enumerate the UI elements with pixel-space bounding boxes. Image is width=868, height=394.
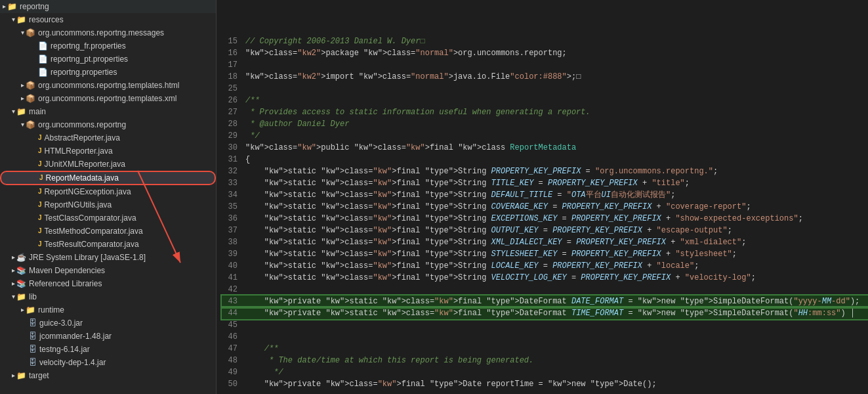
expand-arrow[interactable]: ▾: [21, 27, 24, 39]
line-number: 41: [222, 272, 245, 284]
line-number: 34: [222, 189, 245, 201]
tree-item-org-reportng[interactable]: ▾📦org.uncommons.reportng: [0, 118, 216, 131]
line-number: 48: [222, 355, 245, 366]
line-number: 29: [222, 130, 245, 142]
tree-item-main[interactable]: ▾📁main: [0, 105, 216, 118]
tree-item-org-messages[interactable]: ▾📦org.uncommons.reportng.messages: [0, 26, 216, 39]
tree-item-reportng-pt[interactable]: 📄reportng_pt.properties: [0, 53, 216, 66]
code-line-25: 25: [222, 83, 868, 95]
tree-item-resources[interactable]: ▾📁resources: [0, 13, 216, 26]
tree-item-maven[interactable]: ▸📚Maven Dependencies: [0, 264, 216, 277]
code-line-37: 37 "kw">static "kw">class="kw">final "ty…: [222, 225, 868, 236]
expand-arrow[interactable]: ▸: [12, 278, 15, 290]
line-code: /**: [245, 343, 868, 355]
tree-item-lib[interactable]: ▾📁lib: [0, 290, 216, 303]
line-code: * @author Daniel Dyer: [245, 118, 868, 130]
line-number: 27: [222, 106, 245, 118]
code-line-34: 34 "kw">static "kw">class="kw">final "ty…: [222, 189, 868, 201]
tree-label: ReportNGException.java: [45, 186, 131, 198]
line-code: "kw">private "kw">class="kw">final "type…: [245, 378, 868, 390]
line-number: 16: [222, 47, 245, 59]
tree-item-guice[interactable]: 🗄guice-3.0.jar: [0, 317, 216, 330]
line-number: 39: [222, 248, 245, 260]
tree-item-jre[interactable]: ▸☕JRE System Library [JavaSE-1.8]: [0, 251, 216, 264]
tree-item-reportng-exc[interactable]: JReportNGException.java: [0, 185, 216, 198]
expand-arrow[interactable]: ▸: [21, 93, 24, 104]
tree-label: org.uncommons.reportng.messages: [38, 27, 164, 39]
tree-item-testclass[interactable]: JTestClassComparator.java: [0, 211, 216, 225]
expand-arrow[interactable]: ▸: [21, 79, 24, 91]
tree-label: resources: [29, 14, 64, 26]
line-code: * The date/time at which this report is …: [245, 355, 868, 366]
tree-item-reportng-utils[interactable]: JReportNGUtils.java: [0, 198, 216, 211]
line-number: 43: [222, 296, 245, 307]
code-line-31: 31{: [222, 154, 868, 165]
expand-arrow[interactable]: ▸: [21, 304, 24, 316]
tree-label: JUnitXMLReporter.java: [45, 158, 125, 170]
line-number: 31: [222, 154, 245, 165]
line-code: /**: [245, 95, 868, 106]
line-code: "kw">static "kw">class="kw">final "type"…: [245, 189, 868, 201]
line-number: 37: [222, 225, 245, 236]
tree-item-jcommander[interactable]: 🗄jcommander-1.48.jar: [0, 330, 216, 343]
file-tree-panel: ▸📁reportng▾📁resources▾📦org.uncommons.rep…: [0, 0, 217, 394]
tree-item-reflibs[interactable]: ▸📚Referenced Libraries: [0, 277, 216, 290]
tree-item-org-templates-xml[interactable]: ▸📦org.uncommons.reportng.templates.xml: [0, 92, 216, 105]
tree-label: reportng_pt.properties: [51, 53, 128, 65]
tree-label: reportng.properties: [51, 66, 117, 78]
tree-item-testresult[interactable]: JTestResultComparator.java: [0, 238, 216, 251]
code-line-48: 48 * The date/time at which this report …: [222, 355, 868, 366]
line-code: "kw">static "kw">class="kw">final "type"…: [245, 260, 868, 272]
tree-item-reportng[interactable]: ▸📁reportng: [0, 0, 216, 13]
line-code: "kw">class="kw2">package "kw">class="nor…: [245, 47, 868, 59]
tree-item-html[interactable]: JHTMLReporter.java: [0, 144, 216, 158]
tree-item-org-templates-html[interactable]: ▸📦org.uncommons.reportng.templates.html: [0, 79, 216, 92]
line-code: "kw">static "kw">class="kw">final "type"…: [245, 213, 868, 225]
tree-item-testng[interactable]: 🗄testng-6.14.jar: [0, 343, 216, 356]
line-code: * Provides access to static information …: [245, 106, 868, 118]
line-code: {: [245, 154, 868, 165]
line-code: "kw">static "kw">class="kw">final "type"…: [245, 248, 868, 260]
tree-item-reportmeta[interactable]: JReportMetadata.java: [0, 171, 216, 185]
tree-label: reportng_fr.properties: [51, 40, 126, 52]
tree-item-velocity[interactable]: 🗄velocity-dep-1.4.jar: [0, 356, 216, 369]
line-number: 42: [222, 284, 245, 296]
line-number: 30: [222, 142, 245, 154]
tree-item-reportng[interactable]: 📄reportng.properties: [0, 66, 216, 79]
tree-label: guice-3.0.jar: [39, 317, 83, 329]
expand-arrow[interactable]: ▾: [12, 14, 15, 26]
code-editor-panel[interactable]: 15// Copyright 2006-2013 Daniel W. Dyer□…: [217, 0, 868, 394]
line-code: "kw">static "kw">class="kw">final "type"…: [245, 177, 868, 189]
expand-arrow[interactable]: ▸: [12, 265, 15, 276]
tree-item-runtime[interactable]: ▸📁runtime: [0, 303, 216, 317]
code-line-39: 39 "kw">static "kw">class="kw">final "ty…: [222, 248, 868, 260]
expand-arrow[interactable]: ▾: [12, 106, 15, 118]
tree-item-abstract[interactable]: JAbstractReporter.java: [0, 131, 216, 144]
line-number: 26: [222, 95, 245, 106]
tree-label: Referenced Libraries: [29, 278, 102, 290]
expand-arrow[interactable]: ▸: [12, 370, 15, 382]
expand-arrow[interactable]: ▾: [12, 291, 15, 303]
code-lines: 15// Copyright 2006-2013 Daniel W. Dyer□…: [217, 0, 868, 390]
line-code: "kw">static "kw">class="kw">final "type"…: [245, 165, 868, 177]
line-number: 49: [222, 366, 245, 378]
tree-label: main: [29, 106, 46, 118]
line-code: "kw">class="kw2">import "kw">class="norm…: [245, 71, 868, 83]
tree-item-junit[interactable]: JJUnitXMLReporter.java: [0, 158, 216, 171]
code-line-27: 27 * Provides access to static informati…: [222, 106, 868, 118]
tree-item-testmethod[interactable]: JTestMethodComparator.java: [0, 225, 216, 238]
line-code: [245, 284, 868, 296]
code-line-16: 16"kw">class="kw2">package "kw">class="n…: [222, 47, 868, 59]
line-code: [245, 59, 868, 71]
expand-arrow[interactable]: ▸: [3, 1, 6, 12]
code-line-45: 45: [222, 319, 868, 331]
line-number: 40: [222, 260, 245, 272]
tree-label: lib: [29, 291, 37, 303]
tree-item-target[interactable]: ▸📁target: [0, 369, 216, 382]
expand-arrow[interactable]: ▾: [21, 119, 24, 131]
line-code: "kw">static "kw">class="kw">final "type"…: [245, 201, 868, 213]
line-code: "kw">private "kw">static "kw">class="kw"…: [245, 307, 868, 319]
tree-item-reportng-fr[interactable]: 📄reportng_fr.properties: [0, 39, 216, 53]
code-line-38: 38 "kw">static "kw">class="kw">final "ty…: [222, 236, 868, 248]
expand-arrow[interactable]: ▸: [12, 252, 15, 263]
